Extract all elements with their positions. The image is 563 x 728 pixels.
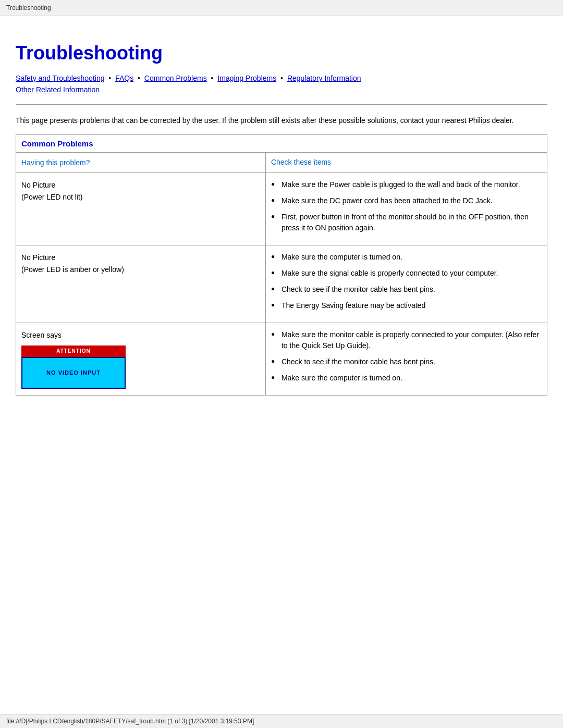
attention-box: ATTENTION NO VIDEO INPUT	[21, 346, 126, 389]
attention-bar: ATTENTION	[21, 346, 126, 357]
table-row: No Picture(Power LED not lit) Make sure …	[16, 173, 547, 245]
browser-tab: Troubleshooting	[0, 0, 563, 16]
col-header-row: Having this problem? Check these items	[16, 152, 547, 172]
check-item: The Energy Saving feature may be activat…	[271, 300, 542, 311]
browser-tab-label: Troubleshooting	[6, 4, 51, 11]
nav-link-faqs[interactable]: FAQs	[115, 74, 133, 82]
nav-link-common[interactable]: Common Problems	[144, 74, 207, 82]
check-cell-1: Make sure the Power cable is plugged to …	[265, 173, 547, 245]
nav-separator-4: •	[280, 74, 285, 82]
nav-link-other[interactable]: Other Related Information	[16, 85, 100, 94]
nav-link-safety[interactable]: Safety and Troubleshooting	[16, 74, 104, 82]
page-title: Troubleshooting	[16, 42, 547, 64]
table-header-row: Common Problems	[16, 134, 547, 152]
nav-links: Safety and Troubleshooting • FAQs • Comm…	[16, 72, 547, 96]
table-row: Screen says ATTENTION NO VIDEO INPUT Mak…	[16, 323, 547, 396]
nav-link-regulatory[interactable]: Regulatory Information	[287, 74, 361, 82]
main-content: Troubleshooting Safety and Troubleshooti…	[0, 16, 563, 427]
problem-cell-3: Screen says ATTENTION NO VIDEO INPUT	[16, 323, 266, 396]
check-item: Check to see if the monitor cable has be…	[271, 356, 542, 367]
col-header-check: Check these items	[265, 152, 547, 172]
nav-separator-2: •	[138, 74, 142, 82]
check-item: Make sure the signal cable is properly c…	[271, 268, 542, 279]
no-video-box: NO VIDEO INPUT	[21, 357, 126, 389]
status-bar-label: file:///D|/Philips LCD/english/180P/SAFE…	[6, 718, 254, 725]
check-item: Make sure the monitor cable is properly …	[271, 329, 542, 351]
screen-says-label: Screen says	[21, 331, 62, 339]
problem-cell-2: No Picture(Power LED is amber or yellow)	[16, 245, 266, 323]
check-item: Make sure the computer is turned on.	[271, 373, 542, 384]
table-row: No Picture(Power LED is amber or yellow)…	[16, 245, 547, 323]
check-item: Make sure the DC power cord has been att…	[271, 195, 542, 206]
check-cell-3: Make sure the monitor cable is properly …	[265, 323, 547, 396]
check-cell-2: Make sure the computer is turned on. Mak…	[265, 245, 547, 323]
table-section-header: Common Problems	[16, 134, 547, 152]
check-item: First, power button in front of the moni…	[271, 212, 542, 233]
nav-separator-1: •	[108, 74, 113, 82]
problem-cell-1: No Picture(Power LED not lit)	[16, 173, 266, 245]
nav-separator-3: •	[211, 74, 216, 82]
nav-link-imaging[interactable]: Imaging Problems	[217, 74, 276, 82]
status-bar: file:///D|/Philips LCD/english/180P/SAFE…	[0, 714, 563, 728]
nav-divider	[16, 104, 547, 105]
check-item: Make sure the Power cable is plugged to …	[271, 179, 542, 190]
intro-text: This page presents problems that can be …	[16, 115, 547, 126]
problems-table: Common Problems Having this problem? Che…	[16, 134, 547, 396]
col-header-problem: Having this problem?	[16, 152, 266, 172]
check-item: Make sure the computer is turned on.	[271, 252, 542, 263]
check-item: Check to see if the monitor cable has be…	[271, 284, 542, 295]
